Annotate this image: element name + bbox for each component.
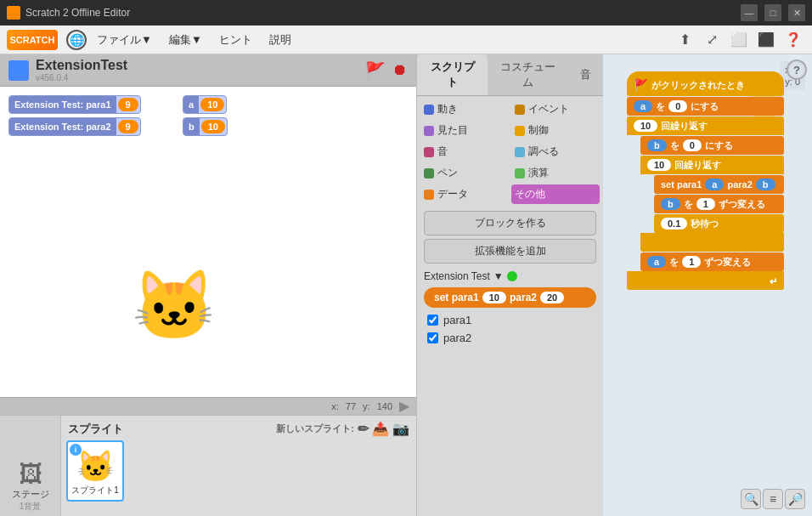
stage-canvas[interactable]: Extension Test: para1 9 a 10 Extension T… (0, 87, 416, 397)
title-bar: Scratch 2 Offline Editor — □ ✕ (0, 0, 812, 26)
green-flag-button[interactable]: 🚩 (364, 60, 386, 81)
main-layout: ExtensionTest v456.0.4 🚩 ⏺ Extension Tes… (0, 54, 812, 516)
ext-b-oval: b (756, 179, 775, 190)
zoom-out-button[interactable]: 🔍 (741, 489, 761, 509)
stage-resize-handle[interactable]: ▶ (399, 398, 409, 414)
question-icon[interactable]: ❓ (781, 28, 805, 52)
wait-suffix: 秒待つ (691, 218, 719, 230)
cat-sensing[interactable]: 調べる (511, 142, 601, 162)
cat-motion[interactable]: 動き (420, 99, 510, 119)
expand-icon[interactable]: ⬜ (727, 28, 751, 52)
app-title: Scratch 2 Offline Editor (25, 7, 741, 19)
set-b-value: 0 (683, 139, 702, 151)
cat-looks-dot (424, 126, 434, 136)
make-block-button[interactable]: ブロックを作る (424, 211, 596, 235)
minimize-button[interactable]: — (741, 4, 758, 21)
zoom-in-button[interactable]: 🔎 (785, 489, 805, 509)
cat-pen-label: ペン (437, 166, 458, 180)
upload-icon[interactable]: ⬆ (673, 28, 696, 52)
cat-looks[interactable]: 見た目 (420, 121, 510, 140)
toolbar-icons: ⬆ ⤢ ⬜ ⬛ ❓ (673, 28, 805, 52)
check-para2-input[interactable] (427, 332, 438, 343)
share-icon[interactable]: ⬛ (754, 28, 778, 52)
ext-para2-sep: para2 (727, 179, 752, 190)
extension-set-block[interactable]: set para1 10 para2 20 (424, 287, 596, 308)
tab-costumes[interactable]: コスチューム (488, 54, 568, 95)
cat-data[interactable]: データ (420, 184, 510, 204)
hint-menu[interactable]: ヒント (212, 29, 259, 51)
tab-sounds[interactable]: 音 (568, 54, 603, 95)
repeat-10-inner-top[interactable]: 10 回繰り返す (640, 156, 784, 174)
var-monitor-para1: Extension Test: para1 9 (8, 95, 141, 114)
repeat-outer-close[interactable]: ↵ (627, 271, 784, 290)
change-b-var: b (661, 198, 680, 210)
blocks-panel: スクリプト コスチューム 音 動き イベント 見た目 制御 (416, 54, 603, 516)
help-button[interactable]: ? (787, 60, 807, 80)
cat-motion-dot (424, 105, 434, 115)
extension-dropdown-arrow[interactable]: ▼ (493, 270, 504, 282)
set-b-var: b (647, 139, 667, 151)
change-a-block[interactable]: a を 1 ずつ変える (640, 252, 784, 271)
stage-sublabel: 1背景 (20, 501, 42, 513)
maximize-button[interactable]: □ (764, 4, 781, 21)
ext-set-para-block[interactable]: set para1 a para2 b (654, 175, 784, 194)
var-monitor-a-label: a (183, 96, 199, 113)
repeat-10-outer-val: 10 (634, 120, 657, 132)
sprites-panel: 🖼 ステージ 1背景 スプライト 新しいスプライト: ✏ 📤 📷 i 🐱 (0, 414, 416, 516)
var-monitor-b-label: b (183, 118, 200, 135)
change-b-suffix: ずつ変える (719, 198, 765, 211)
zoom-fit-button[interactable]: ≡ (763, 489, 783, 509)
help-menu[interactable]: 説明 (262, 29, 298, 51)
y-coord-value: 140 (377, 401, 392, 411)
sprite-list-header: スプライト 新しいスプライト: ✏ 📤 📷 (65, 419, 413, 439)
cat-control[interactable]: 制御 (511, 121, 601, 140)
globe-icon[interactable]: 🌐 (66, 30, 87, 50)
check-para1-input[interactable] (427, 315, 438, 326)
set-a-suffix: にする (691, 100, 719, 113)
hat-flag-clicked[interactable]: 🚩 がクリックされたとき (627, 71, 784, 96)
sprite-item-cat[interactable]: i 🐱 スプライト1 (66, 440, 124, 502)
check-para2: para2 (424, 329, 596, 347)
add-extension-button[interactable]: 拡張機能を追加 (424, 239, 596, 264)
y-coord-label: y: (363, 401, 370, 411)
cat-pen[interactable]: ペン (420, 163, 510, 183)
change-b-to: を (684, 198, 693, 211)
change-a-suffix: ずつ変える (704, 256, 751, 269)
paint-sprite-icon[interactable]: ✏ (358, 421, 369, 437)
ext-para2-label: para2 (510, 292, 537, 303)
stage-thumb-icon: 🖼 (19, 460, 42, 488)
tabs-bar: スクリプト コスチューム 音 (417, 54, 603, 96)
stop-button[interactable]: ⏺ (392, 61, 408, 79)
repeat-10-outer-top[interactable]: 10 回繰り返す (627, 116, 784, 135)
wait-block[interactable]: 0.1 秒待つ (654, 214, 784, 233)
edit-menu[interactable]: 編集▼ (162, 29, 209, 51)
set-a-block[interactable]: a を 0 にする (627, 97, 784, 116)
camera-sprite-icon[interactable]: 📷 (392, 421, 409, 437)
tab-scripts[interactable]: スクリプト (417, 54, 488, 95)
repeat-10-inner-val: 10 (647, 159, 671, 171)
cat-data-label: データ (437, 187, 468, 201)
extension-section: Extension Test ▼ set para1 10 para2 20 p… (417, 267, 603, 350)
stage-label: ステージ (12, 488, 49, 501)
cat-other[interactable]: その他 (511, 184, 601, 204)
sprite-cat-icon: 🐱 (76, 449, 115, 485)
change-b-block[interactable]: b を 1 ずつ変える (654, 195, 784, 213)
stage-thumbnail[interactable]: 🖼 ステージ 1背景 (0, 416, 61, 516)
script-area[interactable]: x: 0 y: 0 🐱 🚩 がクリックされたとき a を 0 にする 10 回繰… (603, 54, 812, 516)
cat-events[interactable]: イベント (511, 99, 601, 119)
sprite-info-icon[interactable]: i (70, 444, 82, 456)
cat-operators[interactable]: 演算 (511, 163, 601, 183)
file-menu[interactable]: ファイル▼ (90, 29, 159, 51)
fullscreen-icon[interactable]: ⤢ (700, 28, 724, 52)
outer-loop-arrow: ↵ (770, 276, 777, 287)
repeat-inner-close[interactable]: ↵ (640, 233, 784, 252)
set-b-to: を (670, 139, 679, 152)
cat-motion-label: 動き (437, 102, 458, 116)
var-monitor-para2: Extension Test: para2 9 (8, 117, 141, 136)
upload-sprite-icon[interactable]: 📤 (372, 421, 389, 437)
set-b-block[interactable]: b を 0 にする (640, 136, 784, 155)
cat-sensing-label: 調べる (528, 145, 559, 159)
window-controls: — □ ✕ (741, 4, 805, 21)
cat-sound[interactable]: 音 (420, 142, 510, 162)
close-button[interactable]: ✕ (788, 4, 805, 21)
